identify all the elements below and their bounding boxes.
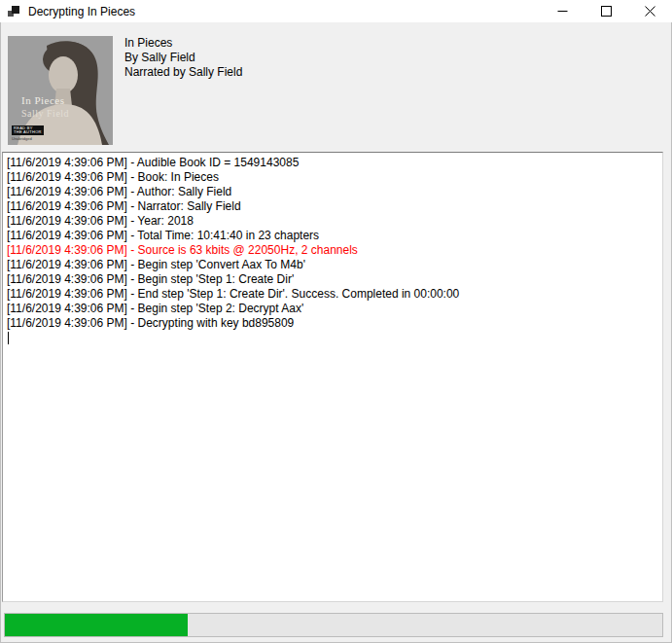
log-line-text: [11/6/2019 4:39:06 PM] - Begin step 'Con… [7,258,305,271]
close-button[interactable] [628,0,672,22]
cover-read-by-badge: READ BY THE AUTHOR [12,125,44,135]
log-line: [11/6/2019 4:39:06 PM] - Begin step 'Con… [7,258,660,272]
log-line: [11/6/2019 4:39:06 PM] - Total Time: 10:… [7,229,660,243]
book-cover-image: In Pieces Sally Field READ BY THE AUTHOR… [8,36,113,145]
text-caret [8,332,9,344]
progress-fill [5,614,188,636]
book-title-label: In Pieces [124,36,242,51]
close-icon [645,6,655,17]
log-line-text: [11/6/2019 4:39:06 PM] - Author: Sally F… [7,185,231,198]
maximize-icon [601,6,612,17]
cover-edition-text: Unabridged [12,136,32,141]
log-line: [11/6/2019 4:39:06 PM] - Narrator: Sally… [7,199,660,214]
log-line-text: [11/6/2019 4:39:06 PM] - Year: 2018 [7,214,194,228]
log-line-text: [11/6/2019 4:39:06 PM] - Narrator: Sally… [7,199,241,213]
log-line: [11/6/2019 4:39:06 PM] - End step 'Step … [7,287,660,302]
log-line: [11/6/2019 4:39:06 PM] - Begin step 'Ste… [7,302,660,316]
log-line: [11/6/2019 4:39:06 PM] - Audible Book ID… [7,156,660,170]
log-line-text: [11/6/2019 4:39:06 PM] - Begin step 'Ste… [7,302,303,315]
log-line-text: [11/6/2019 4:39:06 PM] - Audible Book ID… [7,156,299,169]
minimize-icon [557,6,568,17]
log-line: [11/6/2019 4:39:06 PM] - Begin step 'Ste… [7,272,660,287]
app-window: Decrypting In Pieces [0,0,672,643]
cover-author-text: Sally Field [21,108,69,119]
log-line: [11/6/2019 4:39:06 PM] - Year: 2018 [7,214,660,229]
book-author-label: By Sally Field [124,51,242,65]
window-controls [541,0,672,22]
window-title: Decrypting In Pieces [28,5,135,18]
log-line-text: [11/6/2019 4:39:06 PM] - Total Time: 10:… [7,229,319,242]
log-line-text: [11/6/2019 4:39:06 PM] - Decrypting with… [7,316,294,330]
maximize-button[interactable] [584,0,628,22]
app-icon[interactable] [7,5,20,18]
log-line: [11/6/2019 4:39:06 PM] - Source is 63 kb… [7,243,660,258]
book-info: In Pieces By Sally Field Narrated by Sal… [124,36,242,80]
cover-badge-line2: THE AUTHOR [14,129,42,134]
titlebar[interactable]: Decrypting In Pieces [0,0,672,22]
log-line-text: [11/6/2019 4:39:06 PM] - Source is 63 kb… [7,243,358,257]
log-textbox[interactable]: [11/6/2019 4:39:06 PM] - Audible Book ID… [2,152,663,602]
minimize-button[interactable] [541,0,584,22]
log-line: [11/6/2019 4:39:06 PM] - Book: In Pieces [7,170,660,185]
log-line-text: [11/6/2019 4:39:06 PM] - Begin step 'Ste… [7,272,294,286]
log-line-text: [11/6/2019 4:39:06 PM] - Book: In Pieces [7,170,219,184]
log-line: [11/6/2019 4:39:06 PM] - Decrypting with… [7,316,660,331]
log-line-text: [11/6/2019 4:39:06 PM] - End step 'Step … [7,287,459,301]
log-line: [11/6/2019 4:39:06 PM] - Author: Sally F… [7,185,660,199]
book-narrator-label: Narrated by Sally Field [124,65,242,80]
cover-title-text: In Pieces [21,94,65,106]
progress-bar [4,613,663,637]
